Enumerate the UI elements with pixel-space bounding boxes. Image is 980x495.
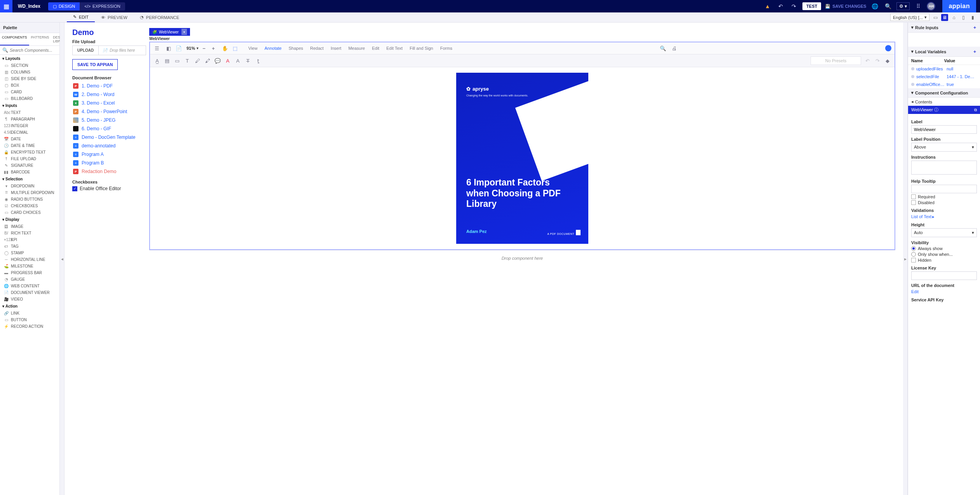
squiggly-icon[interactable]: ṯ <box>254 57 262 65</box>
preset-selector[interactable]: No Presets <box>811 56 861 65</box>
document-row[interactable]: P1. Demo - PDF <box>72 82 145 90</box>
rule-inputs-header[interactable]: ▾ Rule Inputs＋ <box>908 23 980 33</box>
label-input[interactable] <box>911 125 977 134</box>
palette-item[interactable]: 🔗LINK <box>0 310 59 317</box>
wv-tab-shapes[interactable]: Shapes <box>289 46 303 51</box>
highlighter-icon[interactable]: 🖍 <box>204 57 211 65</box>
palette-item[interactable]: 🏷TAG <box>0 243 59 250</box>
license-key-input[interactable] <box>911 271 977 280</box>
palette-item[interactable]: ◫SIDE BY SIDE <box>0 75 59 82</box>
strike-icon[interactable]: T̶ <box>244 57 252 65</box>
comment-icon[interactable]: 💬 <box>214 57 221 65</box>
validations-link[interactable]: List of Text ▸ <box>911 214 935 219</box>
warning-icon[interactable]: ▲ <box>763 2 772 11</box>
local-variable-row[interactable]: enableOfficeEd...true <box>908 80 980 88</box>
device-fit-icon[interactable]: ▭ <box>932 14 939 21</box>
palette-item[interactable]: ⚡RECORD ACTION <box>0 323 59 330</box>
palette-item[interactable]: ◯STAMP <box>0 250 59 256</box>
palette-item[interactable]: 📄DOCUMENT VIEWER <box>0 289 59 296</box>
save-to-appian-button[interactable]: SAVE TO APPIAN <box>72 59 118 70</box>
palette-item[interactable]: ◉RADIO BUTTONS <box>0 196 59 203</box>
page-view-icon[interactable]: 📄 <box>175 44 183 52</box>
disabled-checkbox[interactable]: Disabled <box>911 200 977 205</box>
upload-dropzone[interactable]: 📄Drop files here <box>99 46 139 55</box>
pan-icon[interactable]: ✋ <box>221 44 229 52</box>
palette-item[interactable]: +123KPI <box>0 236 59 243</box>
wv-tab-annotate[interactable]: Annotate <box>265 46 282 51</box>
wv-tab-insert[interactable]: Insert <box>331 46 342 51</box>
rect-icon[interactable]: ▭ <box>173 57 181 65</box>
test-button[interactable]: TEST <box>802 2 821 10</box>
tab-edit[interactable]: ✎ EDIT <box>67 12 95 22</box>
component-configuration-header[interactable]: ▾ Component Configuration <box>908 88 980 98</box>
group-display[interactable]: ▾ Display <box>0 216 59 223</box>
add-local-var-icon[interactable]: ＋ <box>973 49 977 54</box>
wv-tab-fill-sign[interactable]: Fill and Sign <box>410 46 433 51</box>
component-badge[interactable]: 🧩 WebViewer ▾ <box>149 28 190 36</box>
document-row[interactable]: W2. Demo - Word <box>72 90 145 99</box>
user-avatar[interactable]: AH <box>927 2 935 10</box>
palette-item[interactable]: 123INTEGER <box>0 122 59 129</box>
palette-item[interactable]: ▭CARD CHOICES <box>0 209 59 216</box>
group-selection[interactable]: ▾ Selection <box>0 175 59 183</box>
pen-icon[interactable]: 🖊 <box>194 57 201 65</box>
local-variable-row[interactable]: selectedFile1447 - 1. Demo - P... <box>908 73 980 80</box>
palette-item[interactable]: ⠿MULTIPLE DROPDOWN <box>0 189 59 196</box>
palette-item[interactable]: ─HORIZONTAL LINE <box>0 256 59 263</box>
palette-item[interactable]: ⤒FILE UPLOAD <box>0 156 59 162</box>
visibility-hidden-checkbox[interactable]: Hidden <box>911 258 977 262</box>
palette-item[interactable]: ☑CHECKBOXES <box>0 203 59 209</box>
zoom-in-icon[interactable]: + <box>209 44 217 52</box>
required-checkbox[interactable]: Required <box>911 194 977 199</box>
popout-icon[interactable]: ⧉ <box>974 108 977 112</box>
palette-item[interactable]: ▬PROGRESS BAR <box>0 269 59 276</box>
device-desktop-icon[interactable]: 🖥 <box>941 14 948 21</box>
palette-item[interactable]: ▭BILLBOARD <box>0 95 59 102</box>
document-row[interactable]: X3. Demo - Excel <box>72 99 145 107</box>
wv-user-dot[interactable] <box>885 45 891 51</box>
palette-item[interactable]: ▭CARD <box>0 89 59 95</box>
wv-redo-icon[interactable]: ↷ <box>874 57 881 65</box>
left-gutter-toggle[interactable]: ◂ <box>60 23 65 495</box>
label-position-select[interactable]: Above▾ <box>911 143 977 152</box>
wv-tab-edit[interactable]: Edit <box>372 46 379 51</box>
device-phone-icon[interactable]: ▮ <box>969 14 976 21</box>
document-row[interactable]: ≡Program B <box>72 159 145 167</box>
palette-item[interactable]: ◔GAUGE <box>0 276 59 283</box>
palette-item[interactable]: ▢BOX <box>0 82 59 89</box>
visibility-always-radio[interactable]: Always show <box>911 246 977 251</box>
add-rule-input-icon[interactable]: ＋ <box>973 24 977 30</box>
url-edit-link[interactable]: Edit <box>911 289 919 294</box>
enable-office-checkbox[interactable]: ✓ Enable Office Editor <box>72 186 145 191</box>
palette-item[interactable]: ⛳MILESTONE <box>0 263 59 269</box>
group-layouts[interactable]: ▾ Layouts <box>0 55 59 62</box>
component-badge-menu[interactable]: ▾ <box>181 29 187 35</box>
palette-item[interactable]: ▮▮BARCODE <box>0 169 59 175</box>
free-text-icon[interactable]: T <box>183 57 191 65</box>
drop-component-hint[interactable]: Drop component here <box>149 250 895 266</box>
document-row[interactable]: ≡Program A <box>72 150 145 159</box>
palette-item[interactable]: ✎SIGNATURE <box>0 162 59 169</box>
globe-icon[interactable]: 🌐 <box>870 2 879 11</box>
tab-preview[interactable]: 👁 PREVIEW <box>95 12 134 22</box>
height-select[interactable]: Auto▾ <box>911 228 977 237</box>
palette-item[interactable]: ▥COLUMNS <box>0 69 59 75</box>
apps-grid-icon[interactable]: ⠿ <box>914 2 923 11</box>
undo-icon[interactable]: ↶ <box>776 2 785 11</box>
underline-icon[interactable]: A̲ <box>153 57 161 65</box>
palette-item[interactable]: 🕓DATE & TIME <box>0 142 59 149</box>
gear-menu[interactable]: ⚙ ▾ <box>896 2 910 10</box>
eraser-icon[interactable]: ◆ <box>884 57 891 65</box>
wv-tab-view[interactable]: View <box>248 46 258 51</box>
wv-tab-forms[interactable]: Forms <box>440 46 452 51</box>
chevron-down-icon[interactable]: ▾ <box>197 46 199 50</box>
palette-scroll[interactable]: ▾ Layouts ▭SECTION ▥COLUMNS ◫SIDE BY SID… <box>0 55 59 495</box>
palette-item[interactable]: ▾DROPDOWN <box>0 183 59 189</box>
menu-icon[interactable]: ☰ <box>153 44 161 52</box>
config-breadcrumb-contents[interactable]: ◂ Contents <box>908 98 980 106</box>
palette-item[interactable]: 📅DATE <box>0 136 59 142</box>
instructions-input[interactable] <box>911 161 977 175</box>
right-gutter-toggle[interactable]: ▸ <box>903 23 908 495</box>
design-toggle[interactable]: ▢ DESIGN <box>48 2 80 10</box>
select-icon[interactable]: ⬚ <box>231 44 239 52</box>
